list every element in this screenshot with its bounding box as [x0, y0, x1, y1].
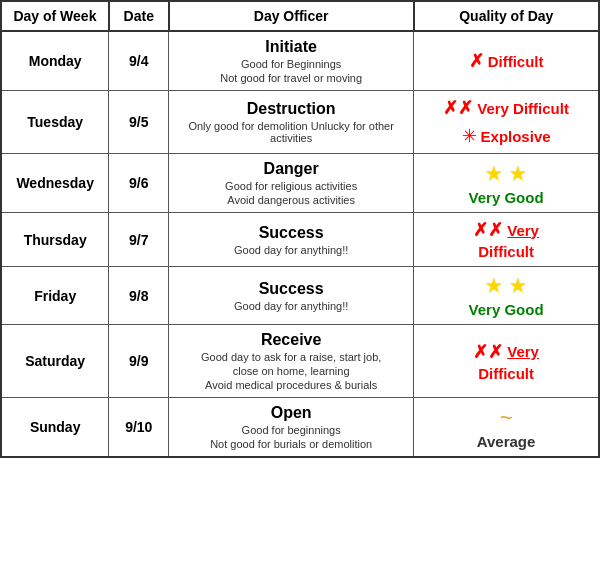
day-cell: Thursday	[1, 213, 109, 267]
officer-cell: SuccessGood day for anything!!	[169, 213, 414, 267]
officer-sub: Good for religious activities	[173, 180, 409, 192]
officer-cell: DangerGood for religious activitiesAvoid…	[169, 154, 414, 213]
quality-cell: ★★Very Good	[414, 267, 599, 325]
officer-name: Initiate	[173, 38, 409, 56]
officer-sub: Avoid medical procedures & burials	[173, 379, 409, 391]
quality-label-1: Very Difficult	[477, 100, 569, 117]
day-cell: Saturday	[1, 325, 109, 398]
header-quality-of-day: Quality of Day	[414, 1, 599, 31]
officer-sub: close on home, learning	[173, 365, 409, 377]
quality-cell: ★★Very Good	[414, 154, 599, 213]
date-cell: 9/10	[109, 398, 169, 458]
day-cell: Wednesday	[1, 154, 109, 213]
quality-label-2: Difficult	[478, 365, 534, 382]
star-icon-2: ★	[508, 273, 528, 299]
officer-cell: OpenGood for beginningsNot good for buri…	[169, 398, 414, 458]
header-day-officer: Day Officer	[169, 1, 414, 31]
header-day-of-week: Day of Week	[1, 1, 109, 31]
officer-cell: ReceiveGood day to ask for a raise, star…	[169, 325, 414, 398]
day-cell: Friday	[1, 267, 109, 325]
officer-sub: Only good for demolition Unlucky for oth…	[173, 120, 409, 144]
date-cell: 9/9	[109, 325, 169, 398]
xx-mark-icon: ✗✗	[443, 97, 473, 119]
quality-label: Very Good	[469, 189, 544, 206]
quality-cell: ✗Difficult	[414, 31, 599, 91]
header-date: Date	[109, 1, 169, 31]
officer-cell: DestructionOnly good for demolition Unlu…	[169, 91, 414, 154]
x-mark-icon: ✗	[469, 50, 484, 72]
quality-cell: ~Average	[414, 398, 599, 458]
quality-label: Very Good	[469, 301, 544, 318]
xx-mark-icon: ✗✗	[473, 219, 503, 241]
quality-cell: ✗✗Very Difficult✳Explosive	[414, 91, 599, 154]
quality-label-2: Difficult	[478, 243, 534, 260]
officer-name: Open	[173, 404, 409, 422]
day-cell: Tuesday	[1, 91, 109, 154]
officer-name: Danger	[173, 160, 409, 178]
date-cell: 9/7	[109, 213, 169, 267]
officer-cell: InitiateGood for BeginningsNot good for …	[169, 31, 414, 91]
quality-cell: ✗✗ VeryDifficult	[414, 213, 599, 267]
date-cell: 9/8	[109, 267, 169, 325]
star-icon-1: ★	[484, 273, 504, 299]
tilde-icon: ~	[500, 405, 513, 431]
date-cell: 9/6	[109, 154, 169, 213]
officer-cell: SuccessGood day for anything!!	[169, 267, 414, 325]
explosive-icon: ✳	[462, 125, 477, 147]
officer-name: Success	[173, 224, 409, 242]
officer-sub: Good for Beginnings	[173, 58, 409, 70]
star-icon-2: ★	[508, 161, 528, 187]
quality-label: Very	[507, 222, 539, 239]
officer-sub: Good for beginnings	[173, 424, 409, 436]
officer-sub: Not good for burials or demolition	[173, 438, 409, 450]
officer-name: Receive	[173, 331, 409, 349]
officer-sub: Good day for anything!!	[173, 300, 409, 312]
officer-sub: Not good for travel or moving	[173, 72, 409, 84]
quality-label: Difficult	[488, 53, 544, 70]
officer-sub: Avoid dangerous activities	[173, 194, 409, 206]
quality-label: Very	[507, 343, 539, 360]
date-cell: 9/5	[109, 91, 169, 154]
quality-cell: ✗✗ VeryDifficult	[414, 325, 599, 398]
officer-name: Destruction	[173, 100, 409, 118]
date-cell: 9/4	[109, 31, 169, 91]
officer-sub: Good day to ask for a raise, start job,	[173, 351, 409, 363]
officer-name: Success	[173, 280, 409, 298]
star-icon-1: ★	[484, 161, 504, 187]
quality-label-2: Explosive	[481, 128, 551, 145]
quality-label: Average	[477, 433, 536, 450]
day-cell: Monday	[1, 31, 109, 91]
day-cell: Sunday	[1, 398, 109, 458]
xx-mark-icon: ✗✗	[473, 341, 503, 363]
officer-sub: Good day for anything!!	[173, 244, 409, 256]
